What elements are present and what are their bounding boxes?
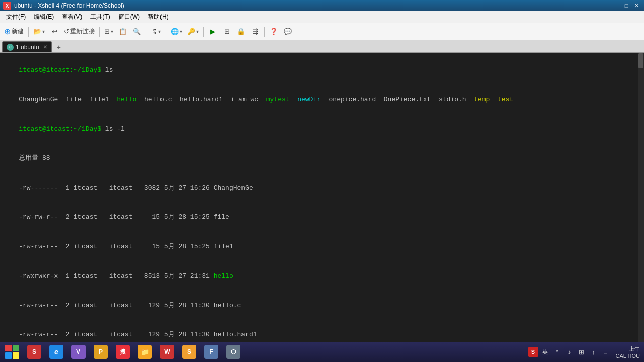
tab-ubuntu-icon: U [7, 44, 14, 51]
key-icon: 🔑 [187, 28, 195, 35]
toolbar: ⊕ 新建 📂 ▾ ↩ ↺ 重新连接 ⊞ ▾ 📋 🔍 🖨 ▾ 🌐 ▾ 🔑 ▾ ▶ … [0, 23, 644, 40]
open-icon: 📂 [33, 28, 41, 35]
ls-row-5: -rw-rw-r-- 2 itcast itcast 129 5月 28 11:… [3, 291, 641, 320]
back-button[interactable]: ↩ [48, 25, 61, 38]
close-button[interactable]: ✕ [632, 2, 641, 10]
help-icon: ❓ [270, 28, 278, 35]
taskbar: S e V P 搜 📁 W S F [0, 342, 644, 362]
vs-app-icon: V [71, 345, 86, 359]
terminal-line-2: ChangHenGe file file1 hello hello.c hell… [3, 85, 641, 115]
sogou-app-icon: 搜 [116, 345, 130, 359]
toolbar-sep-1 [28, 27, 29, 37]
maximize-button[interactable]: □ [622, 2, 631, 10]
new-label: 新建 [12, 27, 24, 36]
chat-button[interactable]: 💬 [281, 25, 294, 38]
prompt-3: itcast@itcast:~/1Day$ [19, 125, 101, 133]
windows-logo [5, 345, 19, 359]
tray-icon-network[interactable]: ⊞ [577, 347, 587, 357]
tray-icon-arrow: ↑ [589, 347, 599, 357]
print2-button[interactable]: 🖨 ▾ [149, 25, 163, 38]
toolbar-sep-6 [264, 27, 265, 37]
toolbar-sep-3 [146, 27, 146, 37]
app8-icon: ⬡ [226, 345, 240, 359]
grid-button[interactable]: ⊞ [220, 25, 233, 38]
print-button[interactable]: 🔍 [130, 25, 143, 38]
minimize-button[interactable]: ─ [612, 2, 621, 10]
tray-icon-s: S [528, 347, 538, 357]
taskbar-paint[interactable]: P [91, 343, 111, 361]
terminal-line-4: 总用量 88 [3, 144, 641, 173]
lock-icon: 🔒 [237, 28, 245, 35]
open-button[interactable]: 📂 ▾ [31, 25, 47, 38]
tray-icon-menu[interactable]: ≡ [601, 347, 611, 357]
new-icon: ⊕ [4, 27, 11, 36]
ie-app-icon: e [49, 345, 63, 359]
tab-ubuntu-label: 1 ubuntu [16, 44, 39, 51]
printer-icon: 🖨 [151, 28, 157, 35]
tab-close-button[interactable]: ✕ [43, 44, 47, 50]
taskbar-app6[interactable]: S [179, 343, 199, 361]
grid-icon: ⊞ [224, 28, 230, 35]
menu-view[interactable]: 查看(V) [58, 12, 86, 22]
key-button[interactable]: 🔑 ▾ [185, 25, 201, 38]
tab-bar: U 1 ubuntu ✕ + [0, 40, 644, 53]
terminal-line-1: itcast@itcast:~/1Day$ ls [3, 55, 641, 85]
tray-icon-up: ^ [552, 347, 562, 357]
system-tray: S 英 ^ ♪ ⊞ ↑ ≡ 上午 CAL HOU [528, 345, 642, 359]
clock[interactable]: 上午 CAL HOU [614, 345, 642, 359]
paint-app-icon: P [94, 345, 108, 359]
menu-edit[interactable]: 编辑(E) [30, 12, 58, 22]
tab-ubuntu[interactable]: U 1 ubuntu ✕ [2, 41, 52, 52]
play-icon: ▶ [210, 28, 215, 35]
reconnect-icon: ↺ [64, 28, 69, 35]
paste-icon: 📋 [119, 28, 127, 35]
toolbar-sep-2 [99, 27, 100, 37]
vmware-app-icon: W [160, 345, 174, 359]
menu-help[interactable]: 帮助(H) [144, 12, 173, 22]
taskbar-app7[interactable]: F [201, 343, 221, 361]
title-bar-left: X ubuntu - Xshell 4 (Free for Home/Schoo… [3, 2, 124, 10]
play-button[interactable]: ▶ [206, 25, 219, 38]
paste-button[interactable]: 📋 [116, 25, 129, 38]
ls-row-3: -rw-rw-r-- 2 itcast itcast 15 5月 28 15:2… [3, 232, 641, 261]
new-button[interactable]: ⊕ 新建 [2, 25, 26, 38]
globe-icon: 🌐 [171, 28, 179, 35]
terminal[interactable]: itcast@itcast:~/1Day$ ls ChangHenGe file… [0, 53, 644, 350]
menu-window[interactable]: 窗口(W) [114, 12, 144, 22]
start-button[interactable] [2, 343, 22, 361]
app7-icon: F [204, 345, 218, 359]
globe-button[interactable]: 🌐 ▾ [169, 25, 184, 38]
taskbar-ie[interactable]: e [46, 343, 66, 361]
lock-button[interactable]: 🔒 [234, 25, 248, 38]
reconnect-button[interactable]: ↺ 重新连接 [62, 25, 97, 38]
menu-tools[interactable]: 工具(T) [86, 12, 114, 22]
toolbar-sep-5 [203, 27, 204, 37]
app6-icon: S [182, 345, 196, 359]
copy-button[interactable]: ⊞ ▾ [102, 25, 115, 38]
toolbar-sep-4 [166, 27, 166, 37]
taskbar-files[interactable]: 📁 [135, 343, 155, 361]
tray-icon-lang[interactable]: 英 [540, 347, 550, 357]
tunnel-button[interactable]: ⇶ [249, 25, 262, 38]
chat-icon: 💬 [284, 28, 292, 35]
menu-file[interactable]: 文件(F) [2, 12, 30, 22]
window-controls[interactable]: ─ □ ✕ [612, 2, 641, 10]
help-button[interactable]: ❓ [267, 25, 280, 38]
taskbar-vs[interactable]: V [68, 343, 89, 361]
tray-icon-sound[interactable]: ♪ [565, 347, 575, 357]
prompt-1: itcast@itcast:~/1Day$ [19, 66, 101, 74]
taskbar-app8[interactable]: ⬡ [223, 343, 244, 361]
taskbar-sogou[interactable]: 搜 [113, 343, 133, 361]
taskbar-security[interactable]: S [24, 343, 44, 361]
app-icon: X [3, 2, 11, 10]
window-title: ubuntu - Xshell 4 (Free for Home/School) [14, 2, 124, 9]
security-app-icon: S [27, 345, 41, 359]
taskbar-vmware[interactable]: W [157, 343, 177, 361]
terminal-line-3: itcast@itcast:~/1Day$ ls -l [3, 114, 641, 144]
tab-add-button[interactable]: + [54, 42, 64, 52]
scrollbar[interactable] [638, 53, 644, 350]
print-icon: 🔍 [133, 28, 141, 35]
scrollbar-thumb[interactable] [638, 53, 643, 68]
back-icon: ↩ [52, 28, 57, 35]
clock-date: CAL HOU [616, 353, 640, 359]
